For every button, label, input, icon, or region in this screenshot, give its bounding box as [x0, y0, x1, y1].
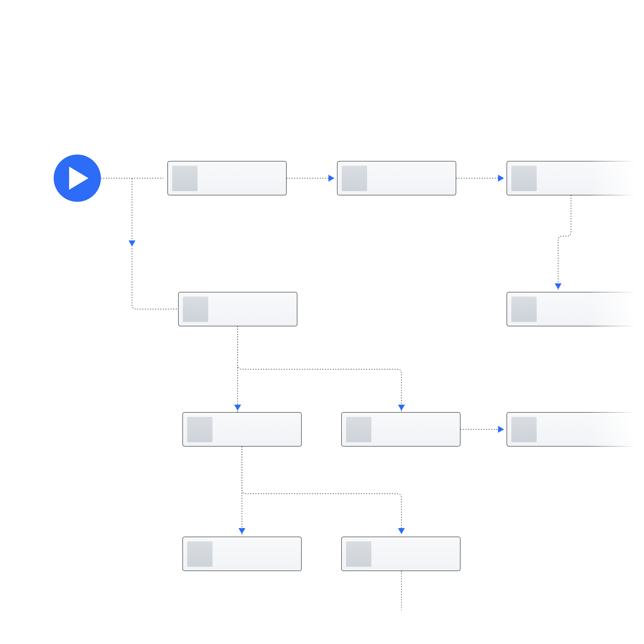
node-thumbnail: [172, 166, 197, 191]
arrow-down-icon: [234, 405, 241, 411]
arrow-right-icon: [498, 175, 504, 182]
edge-n3-n5: [558, 195, 571, 290]
arrow-right-icon: [328, 175, 334, 182]
flow-node-n8[interactable]: [507, 412, 644, 447]
arrow-down-icon: [398, 405, 405, 411]
arrow-right-icon: [498, 426, 504, 433]
edge-n4-n7: [238, 326, 401, 412]
node-thumbnail: [511, 417, 537, 442]
flow-node-n9[interactable]: [182, 537, 302, 571]
flow-node-n6[interactable]: [182, 412, 302, 447]
flow-node-n3[interactable]: [507, 161, 644, 195]
node-thumbnail: [187, 417, 213, 442]
arrow-down-icon: [238, 528, 245, 534]
edge-n6-n10: [242, 447, 401, 535]
play-icon: [69, 166, 88, 190]
arrow-down-icon: [555, 283, 562, 289]
arrow-down-icon: [398, 528, 405, 534]
flow-node-n2[interactable]: [337, 161, 456, 195]
start-node[interactable]: [54, 155, 101, 202]
edge-start-n4: [132, 179, 178, 309]
node-thumbnail: [511, 166, 537, 191]
node-thumbnail: [342, 166, 367, 191]
node-thumbnail: [346, 417, 371, 442]
fade-bottom-overlay: [0, 597, 644, 644]
flowchart-canvas: [0, 0, 644, 644]
flow-node-n5[interactable]: [507, 292, 644, 326]
flow-node-n7[interactable]: [341, 412, 460, 447]
node-thumbnail: [183, 297, 208, 322]
svg-marker-0: [69, 167, 88, 190]
arrow-down-icon: [129, 240, 135, 246]
node-thumbnail: [511, 297, 537, 322]
node-thumbnail: [187, 541, 213, 567]
flow-node-n1[interactable]: [167, 161, 287, 195]
flow-node-n10[interactable]: [341, 537, 460, 571]
flow-node-n4[interactable]: [178, 292, 297, 326]
node-thumbnail: [346, 541, 371, 567]
